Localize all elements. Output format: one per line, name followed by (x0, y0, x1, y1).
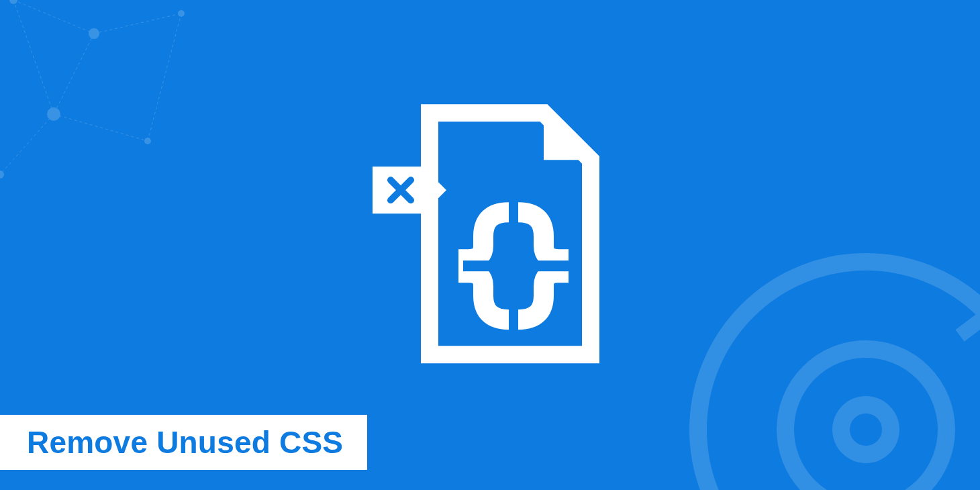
svg-point-19 (850, 413, 882, 446)
svg-line-2 (54, 34, 94, 114)
svg-point-7 (9, 0, 17, 4)
svg-line-0 (13, 0, 94, 34)
svg-line-3 (0, 114, 54, 175)
svg-point-10 (47, 107, 60, 121)
svg-line-1 (94, 13, 181, 34)
watermark-icon (671, 235, 980, 490)
svg-line-6 (148, 13, 181, 141)
svg-line-4 (54, 114, 148, 141)
svg-point-8 (89, 28, 99, 39)
css-file-delete-icon (349, 93, 631, 375)
svg-rect-15 (463, 260, 571, 271)
svg-point-11 (0, 170, 4, 179)
svg-point-12 (144, 138, 151, 144)
svg-line-5 (13, 0, 54, 114)
page-title: Remove Unused CSS (27, 424, 343, 460)
title-bar: Remove Unused CSS (0, 415, 367, 470)
network-decoration-icon (0, 0, 255, 255)
svg-point-9 (178, 10, 185, 17)
